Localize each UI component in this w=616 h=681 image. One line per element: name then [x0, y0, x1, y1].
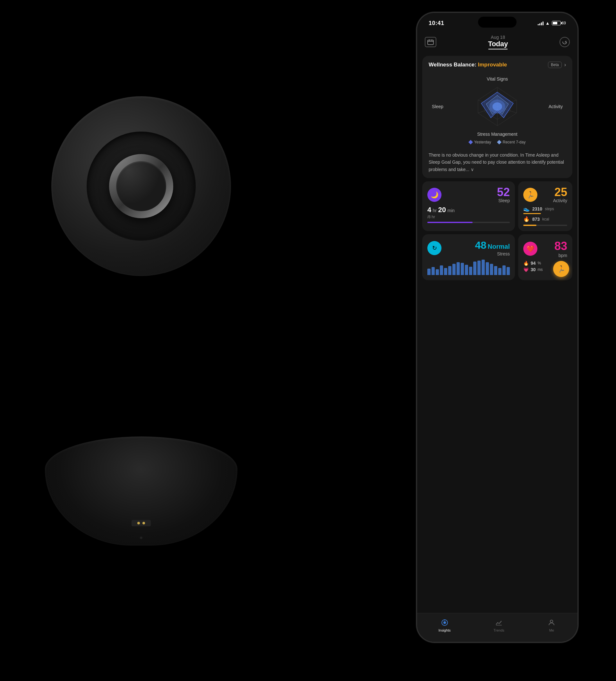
wellness-expand-icon[interactable]: ∨ [471, 167, 474, 172]
wellness-badge: Beta [548, 61, 562, 68]
connector-pin [137, 522, 140, 524]
ring [109, 154, 173, 218]
case-lid-inner [86, 132, 196, 241]
sleep-card-header: 🌙 52 Sleep [427, 186, 510, 203]
chart-bar [453, 264, 456, 275]
header-title-underline [488, 49, 508, 49]
chart-bar [469, 267, 472, 275]
battery-icon [552, 21, 561, 25]
sleep-label: Sleep [497, 198, 510, 203]
bottom-nav: Insights Trends Me [417, 613, 578, 642]
sleep-card[interactable]: 🌙 52 Sleep 4 hr 20 min /8 hr [422, 181, 515, 231]
legend-recent-label: Recent 7-day [503, 140, 525, 145]
nav-me-label: Me [549, 628, 554, 632]
legend-yesterday-label: Yesterday [474, 140, 491, 145]
stress-label: Stress [475, 251, 510, 256]
sleep-score: 52 [497, 186, 510, 198]
radar-chart: Vital Signs Sleep [429, 73, 566, 148]
bpm-value: 83 [555, 239, 567, 253]
trends-nav-icon [494, 618, 504, 627]
legend-recent: Recent 7-day [497, 140, 525, 145]
hrv-ms-icon: 💗 [523, 267, 529, 272]
sleep-detail: 4 hr 20 min [427, 206, 510, 214]
calories-label: kcal [542, 217, 549, 222]
chart-bar [473, 261, 477, 275]
chart-bar [440, 266, 443, 275]
hrv-ms-value: 30 [531, 267, 536, 272]
chart-bar [444, 268, 447, 275]
steps-bar [523, 213, 541, 214]
stress-icon: ↻ [427, 241, 441, 255]
sleep-icon: 🌙 [427, 188, 441, 202]
wellness-card[interactable]: Wellness Balance: Improvable Beta › Vita… [422, 56, 572, 178]
fire-icon: 🔥 [523, 216, 530, 222]
wellness-description: There is no obvious change in your condi… [429, 151, 566, 173]
heart-icon: ❤️ [523, 242, 537, 256]
svg-point-17 [444, 620, 445, 620]
legend-recent-icon [497, 140, 502, 145]
chart-bar [490, 264, 493, 275]
hrv-ms-label: ms [538, 267, 543, 272]
signal-bars-icon [538, 21, 543, 25]
battery-percent: 69 [562, 21, 566, 25]
calories-row: 🔥 873 kcal [523, 216, 567, 222]
activity-fab[interactable]: 🏃 [553, 261, 569, 277]
phone-screen: 10:41 ▲ 69 [417, 13, 578, 642]
metrics-grid: 🌙 52 Sleep 4 hr 20 min /8 hr [422, 181, 572, 280]
chart-bar [494, 266, 497, 275]
nav-insights-label: Insights [439, 628, 451, 632]
chart-bar [486, 262, 489, 275]
signal-bar-2 [539, 23, 540, 25]
status-icons: ▲ 69 [538, 21, 566, 26]
wellness-status: Improvable [478, 61, 507, 68]
legend-yesterday-icon [468, 140, 473, 145]
sleep-min-unit: min [447, 208, 455, 213]
legend-yesterday: Yesterday [469, 140, 491, 145]
activity-label: Activity [553, 198, 567, 203]
stress-card[interactable]: ↻ 48 Normal Stress [422, 234, 515, 280]
svg-rect-0 [428, 40, 433, 45]
nav-insights[interactable]: Insights [439, 618, 451, 632]
insights-nav-icon [440, 618, 449, 627]
chart-bar [478, 260, 481, 275]
radar-legend: Yesterday Recent 7-day [469, 140, 525, 145]
calories-value: 873 [532, 217, 540, 222]
app-header: Aug 18 Today [417, 31, 578, 53]
sleep-minutes: 20 [438, 206, 446, 214]
radar-label-top: Vital Signs [487, 76, 508, 81]
hrv-percent-value: 94 [531, 260, 536, 266]
nav-trends-label: Trends [493, 628, 504, 632]
wellness-chevron-icon: › [564, 62, 566, 68]
activity-card[interactable]: 🏃 25 Activity 👟 2310 steps 🔥 873 kcal [518, 181, 572, 231]
header-date: Aug 18 [491, 35, 505, 40]
heart-card[interactable]: ❤️ 83 bpm 🔥 94 % 💗 30 ms [518, 234, 572, 280]
hrv-percent-icon: 🔥 [523, 260, 529, 266]
refresh-icon[interactable] [560, 37, 570, 47]
case-connector [132, 520, 151, 526]
signal-bar-4 [542, 22, 543, 25]
steps-row: 👟 2310 steps [523, 206, 567, 212]
ring-device [26, 96, 257, 546]
nav-me[interactable]: Me [547, 618, 556, 632]
steps-label: steps [545, 207, 554, 211]
radar-middle: Sleep [429, 84, 566, 129]
chart-bar [482, 260, 485, 275]
sleep-hr-unit: hr [433, 208, 437, 213]
hrv-percent-label: % [538, 261, 541, 266]
chart-bar [427, 269, 431, 275]
chart-bar [465, 265, 468, 275]
shoe-icon: 👟 [523, 206, 530, 212]
bpm-label: bpm [555, 253, 567, 258]
calendar-icon[interactable] [425, 37, 436, 47]
radar-label-sleep: Sleep [432, 104, 451, 109]
wellness-header: Wellness Balance: Improvable Beta › [429, 61, 566, 68]
svg-point-14 [492, 102, 502, 111]
signal-bar-3 [541, 23, 542, 25]
chart-bar [436, 269, 439, 275]
radar-label-bottom: Stress Management [477, 132, 517, 137]
chart-bar [507, 267, 510, 275]
nav-trends[interactable]: Trends [493, 618, 504, 632]
phone: 10:41 ▲ 69 [417, 13, 578, 642]
chart-bar [448, 266, 452, 275]
battery-fill [553, 22, 557, 24]
